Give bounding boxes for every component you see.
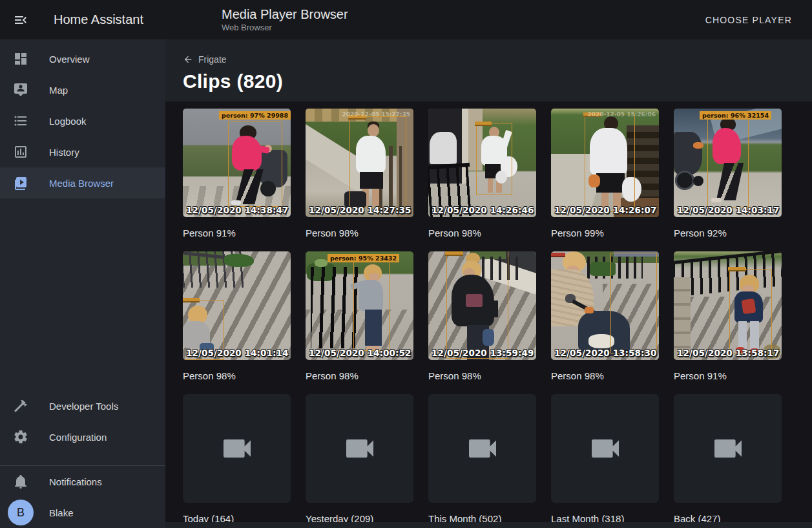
- chart-box-icon: [13, 144, 28, 160]
- clip-caption: Person 91%: [183, 227, 291, 239]
- sidebar-item-overview[interactable]: Overview: [0, 43, 165, 74]
- folder-card[interactable]: Last Month (318): [551, 394, 659, 522]
- detection-badge-small: [551, 253, 565, 257]
- sidebar-item-label: Developer Tools: [49, 401, 118, 412]
- bounding-box: [729, 269, 772, 354]
- video-camera-icon: [710, 430, 746, 467]
- clip-thumbnail: 12/05/2020 13:59:49: [428, 251, 536, 360]
- video-camera-icon: [464, 430, 501, 467]
- sidebar-toggle-menu-icon[interactable]: [13, 12, 28, 28]
- clip-card[interactable]: 2020-12-05 15:26:06 12/05/2020 14:26:07 …: [551, 109, 659, 239]
- clip-timestamp: 12/05/2020 14:03:17: [677, 205, 779, 215]
- sidebar-item-user-profile[interactable]: B Blake: [0, 497, 165, 528]
- sidebar-item-logbook[interactable]: Logbook: [0, 105, 165, 136]
- sidebar: Overview Map Logbook History Media Brows…: [0, 39, 165, 528]
- sidebar-item-label: Map: [49, 85, 68, 96]
- hammer-icon: [13, 398, 28, 414]
- page-header-title: Media Player Browser: [222, 7, 348, 22]
- clip-thumbnail: 12/05/2020 13:58:17: [674, 251, 782, 360]
- folder-caption: Today (164): [183, 513, 291, 522]
- map-account-icon: [13, 82, 28, 98]
- clip-timestamp: 12/05/2020 14:00:52: [309, 348, 411, 358]
- clips-grid-panel: person: 97% 29988 12/05/2020 14:38:47 Pe…: [165, 101, 812, 522]
- detection-badge-small: [445, 251, 463, 256]
- folder-card[interactable]: Today (164): [183, 394, 291, 522]
- clip-timestamp: 12/05/2020 14:38:47: [186, 205, 288, 215]
- clip-card[interactable]: person: 95% 23432 12/05/2020 14:00:52 Pe…: [306, 251, 413, 382]
- sidebar-item-developer-tools[interactable]: Developer Tools: [0, 390, 165, 421]
- video-camera-icon: [587, 430, 623, 467]
- detection-badge-small: [183, 298, 200, 302]
- folder-card[interactable]: Back (427): [674, 394, 782, 522]
- clip-card[interactable]: person: 96% 32154 12/05/2020 14:03:17 Pe…: [674, 109, 782, 239]
- clip-card[interactable]: 12/05/2020 13:58:17 Person 91%: [674, 251, 782, 382]
- bounding-box: [707, 112, 749, 208]
- clip-timestamp: 12/05/2020 14:26:07: [554, 205, 656, 215]
- sidebar-item-notifications[interactable]: Notifications: [0, 466, 165, 497]
- bounding-box: [353, 262, 390, 351]
- clip-timestamp: 12/05/2020 13:59:49: [432, 348, 534, 358]
- clip-timestamp: 12/05/2020 14:01:14: [186, 348, 288, 358]
- folder-caption: Yesterday (209): [306, 513, 413, 522]
- sidebar-item-label: Notifications: [49, 476, 102, 487]
- bell-icon: [13, 474, 28, 489]
- clip-thumbnail: 2020-12-05 15:26:06 12/05/2020 14:26:07: [551, 109, 659, 217]
- choose-player-button[interactable]: CHOOSE PLAYER: [702, 14, 796, 26]
- detection-badge-small: [728, 267, 746, 271]
- clip-card[interactable]: 12/05/2020 13:58:30 Person 98%: [551, 251, 659, 382]
- clip-caption: Person 98%: [428, 370, 536, 382]
- sidebar-item-media-browser[interactable]: Media Browser: [0, 167, 165, 198]
- page-header-subtitle: Web Browser: [222, 23, 348, 33]
- folder-card[interactable]: This Month (502): [428, 394, 536, 522]
- clip-card[interactable]: person: 97% 29988 12/05/2020 14:38:47 Pe…: [183, 109, 291, 239]
- clip-thumbnail: person: 95% 23432 12/05/2020 14:00:52: [306, 251, 413, 360]
- media-browser-content: Frigate Clips (820) person: 97% 299: [165, 39, 812, 528]
- sidebar-item-history[interactable]: History: [0, 136, 165, 167]
- bounding-box: [228, 121, 282, 207]
- play-box-multiple-icon: [13, 175, 28, 191]
- avatar: B: [8, 500, 34, 525]
- page-title: Clips (820): [183, 70, 812, 92]
- clip-caption: Person 98%: [428, 227, 536, 239]
- video-camera-icon: [219, 430, 255, 467]
- folder-thumbnail: [306, 394, 413, 503]
- detection-badge: person: 96% 32154: [700, 111, 771, 120]
- clip-card[interactable]: 12/05/2020 13:59:49 Person 98%: [428, 251, 536, 382]
- sidebar-item-map[interactable]: Map: [0, 74, 165, 105]
- clip-thumbnail: 12/05/2020 14:26:46: [428, 109, 536, 217]
- clip-caption: Person 98%: [183, 370, 291, 382]
- folder-caption: Back (427): [674, 513, 782, 522]
- sidebar-item-label: Configuration: [49, 432, 107, 443]
- clip-card[interactable]: 12/05/2020 14:01:14 Person 98%: [183, 251, 291, 382]
- clip-timestamp: 12/05/2020 13:58:30: [554, 348, 656, 358]
- bounding-box: [476, 123, 512, 195]
- breadcrumb-label: Frigate: [198, 54, 227, 65]
- clip-thumbnail: 12/05/2020 14:01:14: [183, 251, 291, 360]
- sidebar-item-configuration[interactable]: Configuration: [0, 421, 165, 452]
- user-name: Blake: [49, 507, 74, 518]
- arrow-left-icon: [183, 54, 193, 65]
- bounding-box: [585, 114, 635, 212]
- detection-badge: person: 97% 29988: [219, 111, 291, 120]
- clip-caption: Person 98%: [306, 370, 413, 382]
- folder-caption: Last Month (318): [551, 513, 659, 522]
- clip-card[interactable]: 12/05/2020 14:26:46 Person 98%: [428, 109, 536, 239]
- clip-caption: Person 91%: [674, 370, 782, 382]
- clip-timestamp: 12/05/2020 13:58:17: [677, 348, 779, 358]
- clip-timestamp: 12/05/2020 14:26:46: [432, 205, 534, 215]
- sidebar-item-label: History: [49, 147, 79, 158]
- clip-caption: Person 92%: [674, 227, 782, 239]
- sidebar-item-label: Media Browser: [49, 178, 114, 189]
- folder-thumbnail: [551, 394, 659, 503]
- folder-thumbnail: [428, 394, 536, 503]
- folder-card[interactable]: Yesterday (209): [306, 394, 413, 522]
- clip-thumbnail: 2020-12-05 15:27:35 12/05/2020 14:27:35: [306, 109, 413, 217]
- detection-badge-small: [475, 121, 492, 126]
- app-title: Home Assistant: [54, 12, 143, 27]
- video-camera-icon: [342, 430, 378, 467]
- clip-card[interactable]: 2020-12-05 15:27:35 12/05/2020 14:27:35 …: [306, 109, 413, 239]
- sidebar-spacer: [0, 198, 165, 390]
- breadcrumb[interactable]: Frigate: [183, 54, 227, 65]
- sidebar-item-label: Logbook: [49, 116, 87, 127]
- bounding-box: [610, 253, 657, 354]
